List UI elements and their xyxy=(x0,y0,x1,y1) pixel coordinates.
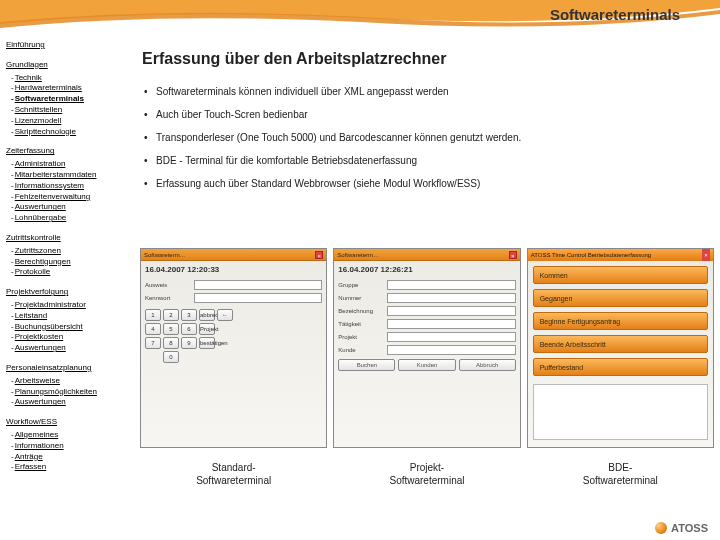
thumb-caption: BDE- Softwareterminal xyxy=(583,462,658,487)
nav-item[interactable]: Protokolle xyxy=(11,267,132,278)
nav-item[interactable]: Technik xyxy=(11,73,132,84)
nav-item[interactable]: Skripttechnologie xyxy=(11,127,132,138)
nav-item[interactable]: Informationen xyxy=(11,441,132,452)
nav-item[interactable]: Projektadministrator xyxy=(11,300,132,311)
bullet-item: BDE - Terminal für die komfortable Betri… xyxy=(142,155,712,166)
nav-item[interactable]: Leitstand xyxy=(11,311,132,322)
input-kennwort[interactable] xyxy=(194,293,322,303)
thumb-bde-terminal: ATOSS Time Control Betriebsdatenerfassun… xyxy=(527,248,714,487)
nav-item[interactable]: Auswertungen xyxy=(11,343,132,354)
keypad-key[interactable]: 0 xyxy=(163,351,179,363)
keypad-key[interactable]: 3 xyxy=(181,309,197,321)
bullet-item: Erfassung auch über Standard Webbrowser … xyxy=(142,178,712,189)
action-button[interactable]: Kunden xyxy=(398,359,455,371)
nav-item[interactable]: Auswertungen xyxy=(11,202,132,213)
main-title: Erfassung über den Arbeitsplatzrechner xyxy=(142,50,712,68)
keypad-key[interactable]: bestätigen xyxy=(199,337,215,349)
thumb-projekt-terminal: Softwareterm… × 16.04.2007 12:26:21 Grup… xyxy=(333,248,520,487)
nav-item[interactable]: Fehlzeitenverwaltung xyxy=(11,192,132,203)
titlebar-text: Softwareterm… xyxy=(144,252,186,258)
bullet-item: Transponderleser (One Touch 5000) und Ba… xyxy=(142,132,712,143)
nav-item[interactable]: Zutrittszonen xyxy=(11,246,132,257)
atoss-logo: ATOSS xyxy=(655,522,708,534)
nav-item[interactable]: Hardwareterminals xyxy=(11,83,132,94)
keypad-key[interactable]: ← xyxy=(217,309,233,321)
action-button[interactable]: Abbruch xyxy=(459,359,516,371)
nav-group-title[interactable]: Personaleinsatzplanung xyxy=(6,363,132,374)
nav-item[interactable]: Administration xyxy=(11,159,132,170)
info-box xyxy=(533,384,708,440)
titlebar: ATOSS Time Control Betriebsdatenerfassun… xyxy=(528,249,713,261)
keypad-key[interactable]: abbrechen xyxy=(199,309,215,321)
nav-group-title[interactable]: Workflow/ESS xyxy=(6,417,132,428)
thumb-caption: Standard- Softwareterminal xyxy=(196,462,271,487)
keypad-key[interactable]: 4 xyxy=(145,323,161,335)
label-kennwort: Kennwort xyxy=(145,295,191,301)
thumb-img-bde: ATOSS Time Control Betriebsdatenerfassun… xyxy=(527,248,714,448)
main-content: Erfassung über den Arbeitsplatzrechner S… xyxy=(142,50,712,201)
page-header-title: Softwareterminals xyxy=(0,6,700,23)
nav-group-title[interactable]: Zutrittskontrolle xyxy=(6,233,132,244)
nav-group-title[interactable]: Grundlagen xyxy=(6,60,132,71)
thumb-img-standard: Softwareterm… × 16.04.2007 12:20:33 Ausw… xyxy=(140,248,327,448)
nav-item[interactable]: Schnittstellen xyxy=(11,105,132,116)
close-icon[interactable]: × xyxy=(509,251,517,259)
close-icon[interactable]: × xyxy=(315,251,323,259)
nav-item[interactable]: Berechtigungen xyxy=(11,257,132,268)
keypad-key[interactable]: 1 xyxy=(145,309,161,321)
sidebar-nav: EinführungGrundlagenTechnikHardwaretermi… xyxy=(6,40,132,482)
bde-button[interactable]: Pufferbestand xyxy=(533,358,708,376)
nav-item[interactable]: Lohnübergabe xyxy=(11,213,132,224)
bde-button[interactable]: Beginne Fertigungsantrag xyxy=(533,312,708,330)
keypad-key[interactable]: 9 xyxy=(181,337,197,349)
keypad-key[interactable]: 6 xyxy=(181,323,197,335)
button-row: BuchenKundenAbbruch xyxy=(338,359,515,371)
keypad-key[interactable]: 8 xyxy=(163,337,179,349)
label-ausweis: Ausweis xyxy=(145,282,191,288)
nav-item[interactable]: Planungsmöglichkeiten xyxy=(11,387,132,398)
titlebar: Softwareterm… × xyxy=(334,249,519,261)
nav-item[interactable]: Buchungsübersicht xyxy=(11,322,132,333)
bde-button[interactable]: Kommen xyxy=(533,266,708,284)
nav-item[interactable]: Erfassen xyxy=(11,462,132,473)
keypad-key[interactable]: 5 xyxy=(163,323,179,335)
nav-item[interactable]: Mitarbeiterstammdaten xyxy=(11,170,132,181)
screenshot-thumbnails: Softwareterm… × 16.04.2007 12:20:33 Ausw… xyxy=(140,248,714,487)
action-button[interactable]: Buchen xyxy=(338,359,395,371)
bullet-item: Softwareterminals können individuell übe… xyxy=(142,86,712,97)
bullet-item: Auch über Touch-Scren bedienbar xyxy=(142,109,712,120)
nav-group-title[interactable]: Projektverfolgung xyxy=(6,287,132,298)
logo-dot-icon xyxy=(655,522,667,534)
thumb-caption: Projekt- Softwareterminal xyxy=(389,462,464,487)
bde-button[interactable]: Beende Arbeitsschritt xyxy=(533,335,708,353)
input-ausweis[interactable] xyxy=(194,280,322,290)
nav-group-title[interactable]: Einführung xyxy=(6,40,132,51)
nav-item[interactable]: Informationssystem xyxy=(11,181,132,192)
nav-item[interactable]: Lizenzmodell xyxy=(11,116,132,127)
clock-text: 16.04.2007 12:20:33 xyxy=(145,265,322,274)
logo-text: ATOSS xyxy=(671,522,708,534)
nav-item[interactable]: Projektkosten xyxy=(11,332,132,343)
keypad-key[interactable]: Projekt xyxy=(199,323,215,335)
bde-button[interactable]: Gegangen xyxy=(533,289,708,307)
keypad: 123abbrechen←456Projekt789bestätigen0 xyxy=(145,309,322,363)
bde-button-panel: KommenGegangenBeginne FertigungsantragBe… xyxy=(528,261,713,445)
nav-item[interactable]: Auswertungen xyxy=(11,397,132,408)
thumb-standard-terminal: Softwareterm… × 16.04.2007 12:20:33 Ausw… xyxy=(140,248,327,487)
nav-item[interactable]: Allgemeines xyxy=(11,430,132,441)
close-icon[interactable]: × xyxy=(702,249,710,261)
nav-item[interactable]: Softwareterminals xyxy=(11,94,132,105)
keypad-key[interactable]: 2 xyxy=(163,309,179,321)
titlebar-text: Softwareterm… xyxy=(337,252,379,258)
bullet-list: Softwareterminals können individuell übe… xyxy=(142,86,712,189)
clock-text: 16.04.2007 12:26:21 xyxy=(338,265,515,274)
thumb-img-projekt: Softwareterm… × 16.04.2007 12:26:21 Grup… xyxy=(333,248,520,448)
nav-item[interactable]: Anträge xyxy=(11,452,132,463)
keypad-key[interactable]: 7 xyxy=(145,337,161,349)
nav-item[interactable]: Arbeitsweise xyxy=(11,376,132,387)
nav-group-title[interactable]: Zeiterfassung xyxy=(6,146,132,157)
titlebar: Softwareterm… × xyxy=(141,249,326,261)
